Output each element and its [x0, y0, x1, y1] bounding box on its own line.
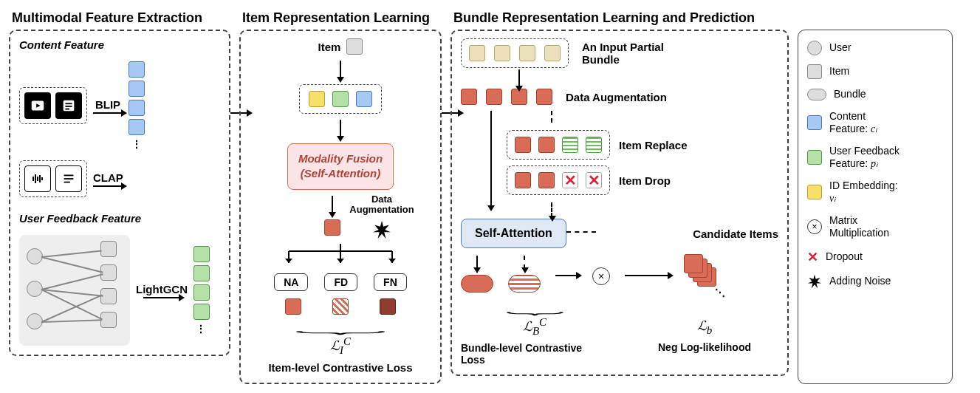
- brace-icon: ⏟: [507, 302, 563, 310]
- video-icon: [24, 92, 51, 119]
- branch-arrows-icon: [263, 244, 418, 269]
- legend-matmul: × Matrix Multiplication: [807, 214, 943, 240]
- legend-id-embedding: ID Embedding:vᵢ: [807, 180, 943, 205]
- graph-edge: [41, 289, 103, 320]
- item-replace-bundle: [507, 130, 610, 160]
- svg-rect-3: [65, 103, 72, 104]
- left-panel: Content Feature BLIP: [9, 30, 230, 356]
- bundle-icon: [807, 89, 826, 100]
- content-feature-label: Content Feature: [19, 38, 220, 51]
- item-row: Item: [318, 38, 363, 55]
- user-feedback-feature-icon: [332, 91, 349, 107]
- arrow-icon: [625, 275, 669, 276]
- arrow-down-icon: [490, 111, 492, 207]
- replaced-item-icon: [562, 137, 578, 153]
- arrow-icon: [93, 185, 123, 187]
- item-rep-flow: Item Modality Fusion (Self-Attention): [250, 38, 431, 374]
- lightgcn-row: LightGCN ⋮: [19, 235, 220, 346]
- item-drop-row: Item Drop: [507, 165, 671, 195]
- item-drop-label: Item Drop: [619, 174, 671, 187]
- clap-label: CLAP: [93, 171, 123, 184]
- fused-item-icon: [536, 89, 552, 105]
- legend-user-label: User: [829, 41, 851, 55]
- fusion-output-row: Data Augmentation: [267, 194, 414, 240]
- input-bundle-row: An Input Partial Bundle: [461, 38, 778, 68]
- aug-tags-row: NA FD FN: [274, 273, 407, 291]
- clap-arrow-group: CLAP: [93, 171, 123, 187]
- user-feedback-label: User Feedback Feature: [19, 212, 220, 225]
- direct-branch: [490, 109, 492, 208]
- content-feature-icon: [129, 81, 145, 97]
- dropped-item-icon: [562, 172, 578, 188]
- striped-capsule-col: [508, 254, 541, 293]
- left-panel-title: Multimodal Feature Extraction: [12, 10, 202, 26]
- na-tag: NA: [274, 273, 308, 291]
- id-embedding-icon: [807, 185, 822, 199]
- aug-branch: Item Replace Item Drop: [507, 109, 688, 219]
- arrow-down-icon: [340, 120, 341, 137]
- replaced-item-icon: [586, 137, 602, 153]
- middle-panel-title: Item Representation Learning: [242, 10, 430, 26]
- item-loss-desc: Item-level Contrastive Loss: [268, 361, 412, 374]
- text-icon: [55, 92, 82, 119]
- item-loss-symbol: ℒIC: [330, 335, 351, 357]
- item-drop-bundle: [507, 165, 610, 195]
- ellipsis-icon: ⋮: [196, 323, 207, 335]
- bundle-item-icon: [515, 137, 531, 153]
- text-lines-icon: [55, 165, 82, 192]
- content-feature-icon: [807, 115, 822, 130]
- legend-dropout: ✕ Dropout: [807, 249, 943, 266]
- svg-marker-16: [373, 221, 391, 239]
- noise-splat-icon: [807, 274, 822, 289]
- svg-marker-24: [388, 259, 396, 263]
- graph-edge: [41, 250, 102, 257]
- user-feedback-feature-icon: [807, 150, 822, 165]
- dropout-icon: ✕: [807, 249, 818, 266]
- clap-inputs: [19, 160, 87, 197]
- legend-bundle: Bundle: [807, 88, 943, 101]
- dashed-arrow-down-icon: [551, 202, 552, 217]
- right-panel-title: Bundle Representation Learning and Predi…: [453, 10, 755, 26]
- bundle-item-icon: [519, 45, 535, 61]
- bundle-loss-col: ⏟ ℒBC Bundle-level Contrastive Loss: [461, 300, 609, 366]
- blip-row: BLIP ⋮: [19, 61, 220, 150]
- dashed-arrow-down-icon: [524, 256, 525, 269]
- item-replace-label: Item Replace: [619, 139, 688, 151]
- item-node-icon: [346, 38, 363, 55]
- candidate-item-stack: ⋱: [684, 254, 721, 291]
- right-panel: An Input Partial Bundle Data Augmentatio…: [450, 30, 789, 376]
- arrow-down-icon: [332, 196, 333, 213]
- bottom-flow: × ⋱: [461, 254, 778, 293]
- content-feature-icon: [129, 61, 145, 78]
- fn-output-icon: [380, 298, 396, 315]
- fused-item-icon: [324, 219, 340, 236]
- item-node-icon: [100, 241, 117, 257]
- arrow-icon: [143, 297, 180, 298]
- svg-rect-5: [65, 109, 69, 110]
- nll-loss-desc: Neg Log-likelihood: [658, 341, 751, 353]
- fd-output-icon: [332, 298, 349, 315]
- fused-item-icon: [461, 89, 477, 105]
- blip-label: BLIP: [95, 98, 120, 111]
- bundle-item-icon: [544, 45, 561, 61]
- user-icon: [807, 41, 822, 55]
- fusion-line1: Modality Fusion: [298, 152, 383, 165]
- bundle-loss-symbol: ℒBC: [523, 316, 546, 338]
- na-output-icon: [285, 298, 301, 315]
- arrow-down-icon: [518, 69, 520, 87]
- content-feature-icon: [129, 119, 145, 135]
- legend-user-feedback-label: User Feedback Feature: pᵢ: [829, 145, 900, 171]
- svg-marker-25: [808, 275, 821, 288]
- item-node-icon: [100, 312, 117, 328]
- bundle-item-icon: [538, 172, 555, 188]
- graph-edge: [41, 256, 103, 273]
- content-feature-icon: [356, 91, 372, 107]
- arrow-down-icon: [476, 256, 478, 269]
- user-feedback-feature-icon: [193, 246, 210, 262]
- middle-panel-wrap: Item Representation Learning Item Modali…: [239, 30, 442, 384]
- svg-marker-22: [285, 259, 292, 263]
- self-attention-box: Self-Attention: [461, 219, 566, 248]
- middle-panel: Item Modality Fusion (Self-Attention): [239, 30, 442, 384]
- fused-item-col: [324, 194, 340, 236]
- audio-icon: [24, 165, 51, 192]
